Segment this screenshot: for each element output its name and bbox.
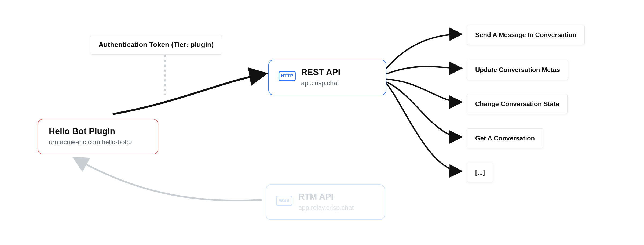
rtm-api-title: RTM API	[298, 192, 374, 202]
rtm-api-node: WSS RTM API app.relay.crisp.chat	[266, 184, 385, 220]
action-label: Get A Conversation	[475, 135, 535, 142]
arrow-rest-to-action-3	[386, 82, 460, 137]
rtm-api-host: app.relay.crisp.chat	[298, 204, 374, 211]
plugin-title: Hello Bot Plugin	[49, 126, 147, 136]
action-card: Change Conversation State	[467, 94, 568, 114]
action-card: Send A Message In Conversation	[467, 25, 585, 45]
wss-badge: WSS	[276, 196, 292, 206]
auth-token-label: Authentication Token (Tier: plugin)	[98, 41, 214, 49]
arrow-rest-to-action-1	[386, 67, 460, 74]
http-badge: HTTP	[279, 71, 296, 81]
arrow-rtm-to-plugin	[75, 158, 262, 200]
plugin-urn: urn:acme-inc.com:hello-bot:0	[49, 138, 147, 146]
http-badge-text: HTTP	[281, 73, 293, 79]
diagram-canvas: Authentication Token (Tier: plugin) Hell…	[0, 0, 644, 245]
action-label: Update Conversation Metas	[475, 66, 560, 73]
arrow-rest-to-action-0	[386, 34, 460, 69]
arrow-plugin-to-rest	[113, 74, 264, 114]
auth-token-card: Authentication Token (Tier: plugin)	[90, 35, 222, 55]
arrow-rest-to-action-2	[386, 79, 460, 102]
arrow-rest-to-action-4	[386, 83, 460, 171]
rest-api-node: HTTP REST API api.crisp.chat	[268, 60, 386, 95]
action-card-more: [...]	[467, 163, 493, 182]
rest-api-host: api.crisp.chat	[301, 79, 375, 87]
action-card: Get A Conversation	[467, 128, 543, 148]
action-label: [...]	[475, 169, 485, 176]
rest-api-title: REST API	[301, 67, 375, 77]
wss-badge-text: WSS	[279, 198, 290, 203]
action-label: Send A Message In Conversation	[475, 31, 576, 38]
action-card: Update Conversation Metas	[467, 60, 568, 80]
plugin-node: Hello Bot Plugin urn:acme-inc.com:hello-…	[38, 119, 158, 154]
action-label: Change Conversation State	[475, 100, 559, 107]
